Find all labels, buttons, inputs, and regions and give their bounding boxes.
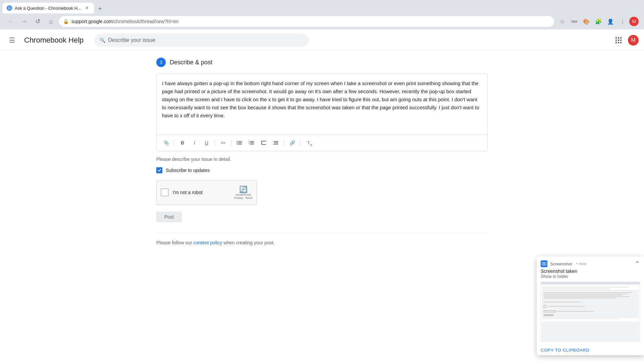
svg-rect-7 [618, 42, 619, 43]
main-content: 3 Describe & post I have always gotten a… [151, 51, 493, 259]
tab-favicon: G [7, 5, 12, 11]
browser-chrome: G Ask a Question - Chromebook H... × + ←… [0, 0, 644, 29]
color-picker-icon[interactable]: 🎨 [581, 16, 592, 27]
glasses-icon[interactable]: 👓 [569, 16, 580, 27]
svg-rect-3 [615, 40, 617, 41]
svg-rect-26 [273, 144, 278, 144]
screenshot-notification: Screenshot • now Screenshot taken Show i… [537, 256, 644, 355]
search-icon: 🔍 [100, 38, 105, 43]
subscribe-row: Subscribe to updates [156, 167, 488, 173]
url-display: support.google.com/chromebook/thread/new… [71, 19, 550, 24]
footer-text-before: Please follow our [156, 240, 194, 245]
svg-rect-16 [250, 141, 254, 142]
numbered-list-button[interactable]: 1 2 3 [246, 137, 257, 148]
notification-expand-button[interactable] [635, 261, 640, 267]
toolbar-separator-3 [231, 139, 231, 146]
svg-point-9 [237, 141, 238, 142]
svg-rect-24 [273, 141, 278, 142]
site-header: ☰ Chromebook Help 🔍 M [0, 29, 644, 51]
search-input[interactable] [108, 37, 304, 43]
address-bar[interactable]: 🔒 support.google.com/chromebook/thread/n… [59, 16, 554, 27]
editor-content[interactable]: I have always gotten a pop-up in the bot… [157, 74, 487, 134]
underline-button[interactable]: U [201, 137, 212, 148]
svg-rect-21 [261, 141, 262, 145]
reload-button[interactable]: ↺ [32, 16, 43, 27]
svg-rect-10 [238, 141, 242, 142]
notification-time: • now [576, 261, 586, 266]
subscribe-checkbox[interactable] [156, 167, 162, 173]
toolbar-separator-1 [174, 139, 174, 146]
captcha-links: Privacy - Terms [234, 196, 253, 199]
notification-title: Screenshot taken [541, 268, 640, 274]
clear-format-button[interactable]: T✕ [303, 137, 314, 148]
notification-body: Screenshot taken Show in folder [537, 267, 644, 345]
svg-rect-23 [262, 144, 266, 145]
svg-rect-22 [262, 141, 266, 141]
new-tab-button[interactable]: + [95, 4, 105, 13]
svg-rect-2 [620, 37, 622, 39]
svg-rect-1 [618, 37, 619, 39]
profile-avatar[interactable]: M [629, 17, 639, 26]
forward-button[interactable]: → [19, 16, 30, 27]
notification-app-icon [541, 260, 547, 267]
search-bar[interactable]: 🔍 [94, 34, 309, 47]
menu-button[interactable]: ☰ [5, 34, 19, 47]
captcha-checkbox[interactable] [161, 188, 169, 196]
svg-rect-6 [615, 42, 617, 43]
content-policy-link[interactable]: content policy [194, 240, 222, 245]
notification-app-name: Screenshot [550, 261, 572, 266]
svg-point-13 [237, 144, 238, 145]
toolbar-separator-2 [215, 139, 215, 146]
svg-point-11 [237, 142, 238, 143]
notification-subtitle[interactable]: Show in folder [541, 274, 640, 279]
recaptcha-widget[interactable]: I'm not a robot 🔄 reCAPTCHA Privacy - Te… [156, 180, 257, 205]
attach-button[interactable]: 📎 [161, 137, 171, 148]
page-footer: Please follow our content policy when cr… [156, 233, 488, 252]
bullet-list-button[interactable] [234, 137, 245, 148]
extension-icon[interactable]: 🧩 [593, 16, 604, 27]
header-right: M [612, 34, 639, 47]
code-button[interactable]: <> [218, 137, 228, 148]
notification-actions: COPY TO CLIPBOARD [537, 345, 644, 355]
bold-button[interactable]: B [177, 137, 188, 148]
back-button[interactable]: ← [5, 16, 16, 27]
svg-rect-5 [620, 40, 622, 41]
recaptcha-logo: 🔄 [239, 185, 248, 193]
svg-rect-14 [238, 144, 242, 144]
step-badge: 3 [156, 58, 166, 67]
captcha-label: I'm not a robot [173, 190, 230, 195]
svg-rect-12 [238, 142, 242, 143]
recaptcha-logo-area: 🔄 reCAPTCHA Privacy - Terms [234, 185, 253, 199]
star-icon[interactable]: ☆ [557, 16, 568, 27]
step-title: Describe & post [170, 59, 212, 66]
quote-button[interactable] [258, 137, 269, 148]
home-button[interactable]: ⌂ [46, 16, 56, 27]
svg-rect-8 [620, 42, 622, 43]
url-path: /chromebook/thread/new?hl=en [113, 19, 179, 24]
tab-title: Ask a Question - Chromebook H... [15, 6, 81, 11]
tab-bar: G Ask a Question - Chromebook H... × + [0, 0, 644, 13]
editor-toolbar: 📎 B I U <> 1 2 [157, 134, 487, 151]
italic-button[interactable]: I [189, 137, 200, 148]
link-button[interactable]: 🔗 [287, 137, 298, 148]
indent-button[interactable] [270, 137, 281, 148]
post-button[interactable]: Post [156, 212, 182, 222]
more-options-icon[interactable]: ⋮ [617, 16, 628, 27]
editor-container: I have always gotten a pop-up in the bot… [156, 74, 488, 151]
user-avatar[interactable]: M [628, 35, 639, 46]
svg-text:3: 3 [249, 143, 250, 145]
tab-close-button[interactable]: × [84, 5, 90, 11]
svg-point-28 [543, 263, 545, 264]
address-bar-row: ← → ↺ ⌂ 🔒 support.google.com/chromebook/… [0, 13, 644, 29]
active-tab[interactable]: G Ask a Question - Chromebook H... × [3, 3, 94, 13]
terms-link[interactable]: Terms [245, 196, 253, 199]
step-header: 3 Describe & post [156, 58, 488, 67]
notification-header: Screenshot • now [537, 256, 644, 267]
apps-icon[interactable] [612, 34, 625, 47]
editor-placeholder: Please describe your issue in detail. [156, 157, 488, 162]
privacy-link[interactable]: Privacy [234, 196, 243, 199]
profile-icon[interactable]: 👤 [605, 16, 616, 27]
copy-to-clipboard-button[interactable]: COPY TO CLIPBOARD [541, 348, 589, 353]
svg-rect-4 [618, 40, 619, 41]
site-title: Chromebook Help [24, 36, 84, 45]
